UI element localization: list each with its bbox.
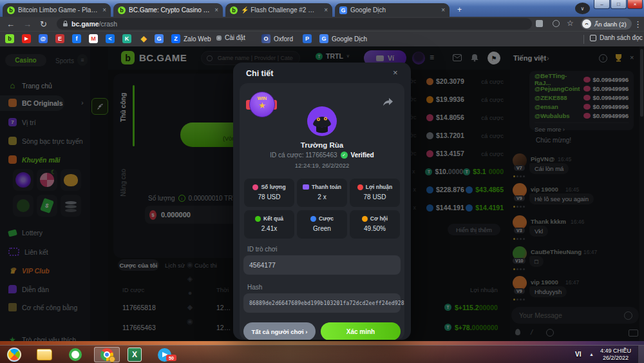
bookmark-p[interactable]: P: [303, 34, 312, 43]
player-name: Trường Rùa: [240, 141, 404, 149]
bet-details-modal: Chi tiết × WIN ★ Trường Rùa ID cá cược: …: [233, 63, 411, 340]
bookmark-binance[interactable]: ◆: [139, 34, 148, 43]
green-app-button[interactable]: [64, 347, 86, 362]
payout-stat-icon: [303, 184, 309, 190]
tray-time: 4:49 CHIỀU: [599, 348, 632, 355]
verified-label: Verified: [351, 152, 374, 159]
gear-icon: [216, 35, 222, 41]
browser-menu-icon[interactable]: ⋮: [634, 19, 642, 29]
clock[interactable]: 4:49 CHIỀU 26/2/2022: [599, 348, 632, 362]
folder-icon: [37, 349, 52, 360]
tab-search-chevron-icon[interactable]: ∨: [575, 3, 590, 14]
divider: [583, 35, 584, 44]
bcgame-favicon: b: [230, 6, 238, 14]
language-indicator[interactable]: VI: [575, 351, 581, 358]
tab-close-icon[interactable]: ×: [100, 6, 106, 14]
start-button[interactable]: [3, 347, 25, 362]
win-badge: WIN ★: [247, 91, 276, 119]
excel-button[interactable]: X: [124, 347, 146, 362]
reading-list-button[interactable]: Danh sách đọc: [590, 34, 643, 41]
green-app-icon: [69, 348, 82, 361]
new-tab-button[interactable]: +: [455, 5, 464, 14]
win-star-icon: ★: [250, 101, 274, 110]
modal-close-icon[interactable]: ×: [393, 68, 398, 77]
bookmark-settings[interactable]: Cài đặt: [216, 34, 245, 41]
bet-id-text: ID cá cược: 117665463: [270, 152, 337, 159]
verify-button[interactable]: Xác minh: [321, 322, 401, 340]
hash-value: 86889de2d6647689ebd199b103201fa72dcd2eef…: [249, 300, 404, 306]
bookmark-googledich[interactable]: G Google Dịch: [319, 34, 367, 43]
game-id-label: ID trò chơi: [247, 246, 278, 253]
stat-result: Kết quả 2.41x: [244, 210, 294, 239]
bookmark-youtube[interactable]: ▶: [22, 34, 31, 43]
bet-stat-icon: [310, 216, 316, 222]
forward-icon[interactable]: →: [23, 19, 32, 29]
all-players-button[interactable]: Tất cả người chơi ›: [243, 322, 316, 340]
browser-tab-4[interactable]: G Google Dịch ×: [335, 3, 450, 17]
browser-tab-3[interactable]: b ⚡ Flash Challenge #2 ⚡ - Flash Ch ×: [225, 3, 332, 17]
incognito-icon: ᴖ: [582, 19, 591, 28]
translate-favicon: G: [339, 6, 347, 14]
url-host: bc.game: [71, 20, 99, 28]
bet-id-row: ID cá cược: 117665463 ✓ Verified: [240, 152, 404, 159]
bookmark-kucoin[interactable]: K: [122, 34, 131, 43]
bookmark-star-icon[interactable]: ☆: [567, 19, 574, 28]
chrome-button-active[interactable]: [94, 347, 120, 362]
hash-label: Hash: [247, 284, 262, 291]
bcgame-favicon: b: [7, 6, 15, 14]
windows-taskbar: X 50 VI ▲ 4:49 CHIỀU 26/2/2022: [0, 345, 644, 363]
back-icon[interactable]: ←: [6, 19, 15, 29]
tab-title: ⚡ Flash Challenge #2 ⚡ - Flash Ch: [241, 6, 321, 14]
browser-tab-2-active[interactable]: b BC.Game: Crypto Casino Games ×: [113, 3, 223, 17]
telegram-button[interactable]: 50: [153, 347, 175, 362]
bookmark-facebook[interactable]: f: [72, 34, 81, 43]
profile-badge[interactable]: ᴖ Ẩn danh (2): [581, 18, 632, 30]
tab-title: Bitcoin Limbo Game - Play Limbo: [18, 6, 100, 14]
stat-chance: Cơ hội 49.50%: [350, 210, 400, 239]
bookmark-e[interactable]: E: [55, 34, 64, 43]
close-button[interactable]: ×: [627, 0, 643, 9]
tab-title: Google Dịch: [350, 6, 386, 14]
lock-icon: [63, 23, 68, 26]
profile-label: Ẩn danh (2): [594, 21, 627, 28]
url-path: /crash: [99, 20, 118, 28]
explorer-button[interactable]: [33, 347, 55, 362]
reload-icon[interactable]: ↻: [40, 19, 47, 29]
tray-expand-icon[interactable]: ▲: [589, 352, 594, 357]
tab-close-icon[interactable]: ×: [321, 6, 328, 14]
tab-close-icon[interactable]: ×: [212, 6, 218, 14]
hash-field[interactable]: 86889de2d6647689ebd199b103201fa72dcd2eef…: [243, 293, 401, 313]
tray-date: 26/2/2022: [599, 355, 632, 362]
stat-amount: Số lượng 78 USD: [244, 179, 294, 207]
bookmark-oxford[interactable]: O Oxford: [261, 34, 293, 43]
maximize-button[interactable]: □: [611, 0, 627, 9]
bookmark-zalo[interactable]: Z Zalo Web: [171, 34, 211, 43]
chrome-icon: [100, 348, 113, 361]
bookmark-share[interactable]: <: [106, 34, 115, 43]
bookmark-messenger[interactable]: @: [39, 34, 48, 43]
chance-stat-icon: [362, 216, 368, 222]
show-desktop-button[interactable]: [638, 346, 644, 363]
stat-bet: Cược Green: [297, 210, 347, 239]
bookmark-translate[interactable]: G: [155, 34, 164, 43]
zoom-page-icon[interactable]: [553, 20, 560, 27]
share-icon[interactable]: [383, 97, 393, 106]
tab-close-icon[interactable]: ×: [439, 6, 445, 14]
windows-orb-icon: [7, 348, 21, 362]
translate-page-icon[interactable]: [536, 20, 543, 27]
bet-datetime: 12:24:19, 26/2/2022: [240, 162, 404, 169]
url-field[interactable]: bc.game /crash: [57, 18, 532, 30]
browser-tab-1[interactable]: b Bitcoin Limbo Game - Play Limbo ×: [3, 3, 111, 17]
bookmarks-bar: b ▶ @ E f M < K ◆ G Z Zalo Web Cài đặt O…: [0, 31, 644, 46]
game-id-field[interactable]: 4564177: [243, 255, 401, 275]
tab-title: BC.Game: Crypto Casino Games: [129, 6, 212, 14]
profit-stat-icon: [357, 184, 363, 190]
bookmark-gmail[interactable]: M: [89, 34, 98, 43]
stat-profit: Lợi nhuận 78 USD: [350, 179, 400, 207]
bookmark-bcgame[interactable]: b: [5, 34, 14, 43]
player-avatar[interactable]: [307, 106, 337, 136]
modal-title: Chi tiết: [246, 69, 273, 78]
game-id-value: 4564177: [249, 261, 276, 269]
minimize-button[interactable]: –: [594, 0, 610, 9]
coin-overlay-icon: [109, 356, 115, 362]
